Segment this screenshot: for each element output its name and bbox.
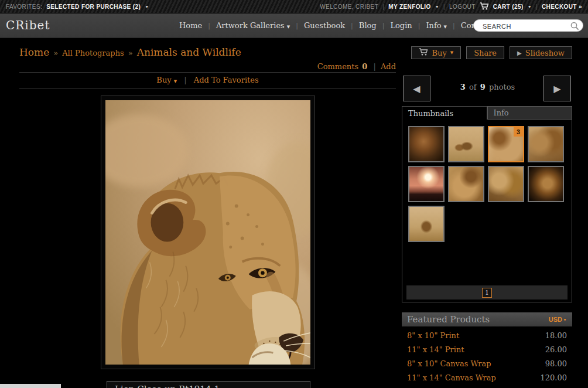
search-box[interactable]: [473, 19, 583, 32]
photo-buy-label: Buy: [156, 76, 171, 84]
currency-label: USD: [549, 316, 562, 323]
my-zenfolio-menu[interactable]: MY ZENFOLIO: [388, 4, 431, 10]
page: FAVORITES: SELECTED FOR PURCHASE (2) ▼ W…: [0, 0, 588, 388]
breadcrumb-home[interactable]: Home: [19, 46, 49, 58]
product-row: 11" x 14" Print26.00: [402, 342, 572, 356]
cart-icon: [480, 2, 489, 11]
separator: |: [536, 4, 538, 10]
separator: |: [443, 4, 445, 10]
play-icon: ▶: [517, 50, 522, 56]
breadcrumb-separator: »: [128, 49, 133, 57]
pager-of: of: [469, 83, 477, 91]
nav-artwork-galleries[interactable]: Artwork Galleries▼: [210, 21, 296, 30]
top-utility-bar: FAVORITES: SELECTED FOR PURCHASE (2) ▼ W…: [0, 0, 588, 13]
chevron-down-icon: ▼: [145, 5, 149, 9]
breadcrumb: Home » All Photographs » Animals and Wil…: [19, 46, 241, 58]
chevron-down-icon: ▼: [563, 318, 567, 322]
comments-row: Comments 0 | Add: [19, 62, 396, 71]
product-row: 11" x 14" Canvas Wrap120.00: [402, 370, 572, 384]
chevron-down-icon: ▼: [444, 25, 447, 29]
main-photo[interactable]: [105, 100, 310, 365]
featured-products-header: Featured Products USD ▼: [402, 312, 572, 326]
chevron-down-icon: ▼: [450, 51, 453, 55]
nav-home[interactable]: Home: [173, 21, 208, 30]
photo-caption: Lion Close-up Bt1914-1: [107, 381, 310, 388]
thumbnail-6[interactable]: [448, 166, 484, 202]
site-logo[interactable]: CRibet: [6, 18, 50, 32]
thumbnail-8[interactable]: [528, 166, 564, 202]
product-price: 26.00: [545, 345, 567, 354]
breadcrumb-all-photographs[interactable]: All Photographs: [62, 49, 124, 57]
add-to-favorites-link[interactable]: Add To Favorites: [194, 76, 259, 84]
thumbnail-2[interactable]: [448, 126, 484, 162]
product-list: 8" x 10" Print18.0011" x 14" Print26.008…: [402, 328, 572, 384]
arrow-right-icon: ▶: [553, 83, 560, 94]
page-number-button[interactable]: 1: [482, 288, 492, 298]
selected-thumbnail-badge: 3: [514, 127, 523, 137]
thumbnail-9[interactable]: [408, 206, 445, 242]
nav-info[interactable]: Info▼: [420, 21, 453, 30]
checkout-link[interactable]: CHECKOUT »: [542, 4, 582, 10]
thumbnail-3[interactable]: 3: [488, 126, 524, 162]
thumbnail-grid: 3: [408, 126, 566, 242]
nav-guestbook[interactable]: Guestbook: [298, 21, 351, 30]
thumbnail-5[interactable]: [408, 166, 445, 202]
chevron-down-icon: ▼: [287, 25, 290, 29]
buy-button-label: Buy: [432, 49, 446, 57]
thumbnail-panel: 3 1: [402, 120, 572, 302]
comments-link[interactable]: Comments: [317, 62, 358, 71]
product-name[interactable]: 8" x 10" Canvas Wrap: [407, 359, 491, 368]
chevron-down-icon: ▼: [435, 5, 439, 9]
product-name[interactable]: 8" x 10" Print: [407, 331, 459, 340]
featured-products-title: Featured Products: [407, 314, 490, 325]
site-header: CRibet Home|Artwork Galleries▼|Guestbook…: [0, 13, 588, 38]
search-input[interactable]: [481, 21, 566, 32]
slideshow-button[interactable]: ▶ Slideshow: [510, 46, 572, 59]
buy-button[interactable]: Buy ▼: [411, 46, 461, 59]
divider: [19, 72, 396, 73]
divider: [19, 88, 396, 89]
photo-buy-link[interactable]: Buy ▼: [156, 76, 177, 84]
product-price: 98.00: [545, 359, 567, 368]
tab-thumbnails[interactable]: Thumbnails: [402, 106, 487, 120]
thumbnail-1[interactable]: [408, 126, 445, 162]
photo-actions-row: Buy ▼ | Add To Favorites: [19, 76, 396, 84]
tab-info[interactable]: Info: [487, 106, 573, 120]
favorites-group[interactable]: FAVORITES: SELECTED FOR PURCHASE (2) ▼: [6, 4, 149, 10]
welcome-text: WELCOME, CRIBET: [320, 4, 378, 10]
share-button[interactable]: Share: [466, 46, 504, 59]
nav-blog[interactable]: Blog: [353, 21, 382, 30]
favorites-label: FAVORITES:: [6, 4, 42, 10]
breadcrumb-current-gallery: Animals and Wildlife: [137, 46, 241, 58]
nav-login[interactable]: Login: [384, 21, 418, 30]
cart-link[interactable]: CART (25): [493, 4, 524, 10]
thumbnail-4[interactable]: [528, 126, 564, 162]
logout-link[interactable]: LOGOUT: [449, 4, 476, 10]
product-name[interactable]: 11" x 14" Print: [407, 345, 464, 354]
separator: |: [184, 76, 186, 84]
thumbnail-pagination: 1: [406, 285, 568, 299]
chevron-down-icon: ▼: [528, 5, 532, 9]
pager-unit: photos: [489, 83, 515, 91]
product-row: 8" x 10" Print18.00: [402, 328, 572, 342]
main-photo-frame: [101, 96, 315, 369]
slideshow-button-label: Slideshow: [525, 49, 565, 57]
comments-count: 0: [362, 62, 367, 71]
add-comment-link[interactable]: Add: [381, 62, 396, 71]
account-group: WELCOME, CRIBET | MY ZENFOLIO ▼ | LOGOUT…: [320, 2, 582, 11]
product-name[interactable]: 11" x 14" Canvas Wrap: [407, 373, 496, 382]
search-icon[interactable]: [570, 21, 580, 33]
pager-current: 3: [460, 83, 466, 91]
thumbnail-7[interactable]: [488, 166, 524, 202]
separator: |: [373, 62, 375, 71]
photo-pager: ◀ 3 of 9 photos ▶: [402, 74, 572, 103]
breadcrumb-separator: »: [53, 49, 58, 57]
action-buttons: Buy ▼ Share ▶ Slideshow: [411, 46, 572, 59]
status-sliver: [0, 384, 61, 388]
panel-tabs: Thumbnails Info: [402, 106, 572, 120]
chevron-down-icon: ▼: [174, 79, 177, 84]
product-row: 8" x 10" Canvas Wrap98.00: [402, 356, 572, 370]
favorites-value[interactable]: SELECTED FOR PURCHASE (2): [46, 4, 141, 10]
currency-selector[interactable]: USD ▼: [549, 316, 567, 323]
next-photo-button[interactable]: ▶: [543, 76, 571, 101]
